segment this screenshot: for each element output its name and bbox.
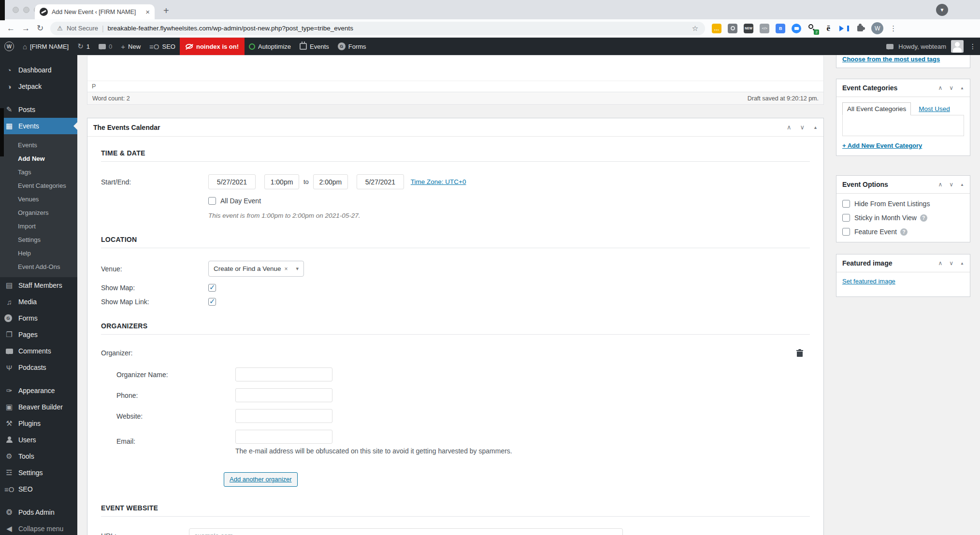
submenu-item-venues[interactable]: Venues: [0, 192, 77, 206]
phone-input[interactable]: [235, 388, 332, 402]
url-text[interactable]: breakable-feather.flywheelsites.com/wp-a…: [108, 25, 688, 32]
overflow-menu-icon[interactable]: ⋮: [968, 42, 977, 50]
move-up-icon[interactable]: ∧: [938, 181, 942, 188]
user-avatar[interactable]: [951, 40, 964, 53]
code-extension-icon[interactable]: </>: [760, 24, 769, 33]
website-input[interactable]: [235, 409, 332, 423]
show-map-link-checkbox[interactable]: [208, 298, 216, 306]
tab-close-icon[interactable]: ×: [145, 8, 150, 15]
event-url-input[interactable]: [189, 528, 623, 535]
new-tab-button[interactable]: +: [163, 5, 169, 16]
browser-profile-avatar[interactable]: W: [871, 22, 883, 34]
add-new-event-category-link[interactable]: + Add New Event Category: [842, 142, 922, 149]
notification-bubble-icon[interactable]: [886, 44, 894, 49]
autoptimize-menu[interactable]: Autoptimize: [245, 38, 295, 55]
forward-icon[interactable]: →: [22, 24, 30, 33]
new-content-menu[interactable]: + New: [116, 38, 145, 55]
email-input[interactable]: [235, 430, 332, 444]
submenu-item-event-categories[interactable]: Event Categories: [0, 179, 77, 192]
submenu-item-add-new[interactable]: Add New: [0, 152, 77, 165]
sidebar-item-comments[interactable]: Comments: [0, 343, 77, 359]
comments-menu[interactable]: 0: [94, 38, 116, 55]
tag-extension-icon[interactable]: B: [776, 24, 785, 33]
sidebar-item-posts[interactable]: ✎Posts: [0, 101, 77, 118]
sidebar-item-plugins[interactable]: ⚒Plugins: [0, 415, 77, 432]
submenu-item-tags[interactable]: Tags: [0, 165, 77, 179]
sidebar-item-forms[interactable]: GForms: [0, 310, 77, 326]
venue-select[interactable]: Create or Find a Venue × ▾: [208, 261, 304, 277]
noindex-warning[interactable]: noindex is on!: [180, 38, 245, 55]
seo-menu[interactable]: ≡O SEO: [145, 38, 180, 55]
collapse-menu-button[interactable]: ◀Collapse menu: [0, 521, 77, 535]
start-time-input[interactable]: [264, 174, 299, 189]
help-icon[interactable]: ?: [920, 214, 927, 222]
help-icon[interactable]: ?: [900, 228, 908, 236]
sidebar-item-staff-members[interactable]: ▤Staff Members: [0, 277, 77, 294]
sidebar-item-beaver-builder[interactable]: ▣Beaver Builder: [0, 399, 77, 415]
not-secure-warning-icon[interactable]: ⚠: [57, 25, 63, 32]
all-day-checkbox[interactable]: [208, 197, 216, 205]
sidebar-item-seo[interactable]: ≡OSEO: [0, 481, 77, 497]
sidebar-item-pages[interactable]: ❐Pages: [0, 326, 77, 343]
howdy-label[interactable]: Howdy, webteam: [898, 43, 946, 50]
tab-most-used[interactable]: Most Used: [919, 105, 950, 113]
new-badge-extension-icon[interactable]: NEW: [744, 24, 753, 33]
submenu-item-settings[interactable]: Settings: [0, 233, 77, 246]
sidebar-item-appearance[interactable]: ✑Appearance: [0, 382, 77, 399]
tab-all-event-categories[interactable]: All Event Categories: [842, 102, 911, 115]
end-time-input[interactable]: [313, 174, 348, 189]
sidebar-item-jetpack[interactable]: ◑Jetpack: [0, 78, 77, 95]
organizer-name-input[interactable]: [235, 367, 332, 381]
sidebar-item-users[interactable]: Users: [0, 432, 77, 448]
move-up-icon[interactable]: ∧: [787, 124, 792, 131]
timezone-link[interactable]: Time Zone: UTC+0: [411, 178, 466, 185]
bookmark-star-icon[interactable]: ☆: [692, 24, 698, 33]
close-window-button[interactable]: [13, 7, 19, 13]
featured-image-header[interactable]: Featured image ∧ ∨ ▲: [836, 254, 970, 272]
extensions-puzzle-icon[interactable]: [855, 24, 865, 33]
sidebar-item-events[interactable]: ▦Events: [0, 118, 77, 134]
start-date-input[interactable]: [208, 174, 256, 189]
submenu-item-help[interactable]: Help: [0, 246, 77, 260]
category-list-box[interactable]: [842, 115, 964, 136]
sidebar-item-media[interactable]: ♫Media: [0, 294, 77, 310]
screenshot-extension-icon[interactable]: [728, 24, 737, 33]
hide-from-listings-checkbox[interactable]: [842, 200, 850, 208]
sidebar-item-tools[interactable]: ⚙Tools: [0, 448, 77, 465]
move-down-icon[interactable]: ∨: [949, 260, 953, 267]
sidebar-item-pods-admin[interactable]: ❂Pods Admin: [0, 504, 77, 521]
submenu-item-organizers[interactable]: Organizers: [0, 206, 77, 219]
event-options-header[interactable]: Event Options ∧ ∨ ▲: [836, 176, 970, 194]
end-date-input[interactable]: [357, 174, 404, 189]
e-extension-icon[interactable]: ē: [823, 24, 833, 33]
collapse-toggle-icon[interactable]: ▲: [960, 183, 964, 187]
submenu-item-import[interactable]: Import: [0, 219, 77, 233]
metabox-header[interactable]: The Events Calendar ∧ ∨ ▲: [87, 118, 823, 137]
search-extension-icon[interactable]: 2: [807, 24, 817, 33]
move-down-icon[interactable]: ∨: [800, 124, 805, 131]
show-map-checkbox[interactable]: [208, 284, 216, 292]
venue-clear-icon[interactable]: ×: [285, 266, 288, 272]
feature-event-checkbox[interactable]: [842, 228, 850, 236]
video-call-extension-icon[interactable]: [792, 24, 801, 33]
sticky-month-view-checkbox[interactable]: [842, 214, 850, 222]
events-menu[interactable]: Events: [295, 38, 333, 55]
browser-tab[interactable]: Add New Event ‹ [FIRM NAME] ×: [35, 4, 155, 19]
move-up-icon[interactable]: ∧: [938, 84, 942, 91]
downloads-button[interactable]: ▼: [936, 4, 948, 16]
dots-extension-icon[interactable]: …: [712, 24, 721, 33]
site-name-menu[interactable]: ⌂ [FIRM NAME]: [18, 38, 73, 55]
address-bar[interactable]: ⚠ Not Secure | breakable-feather.flywhee…: [50, 22, 705, 35]
move-up-icon[interactable]: ∧: [938, 260, 942, 267]
updates-menu[interactable]: ↻ 1: [73, 38, 94, 55]
editor-text-area[interactable]: [87, 56, 823, 81]
collapse-toggle-icon[interactable]: ▲: [960, 86, 964, 90]
collapse-toggle-icon[interactable]: ▲: [813, 125, 818, 130]
sidebar-item-dashboard[interactable]: ◔Dashboard: [0, 62, 77, 78]
submenu-item-events[interactable]: Events: [0, 138, 77, 152]
move-down-icon[interactable]: ∨: [949, 84, 953, 91]
submenu-item-event-add-ons[interactable]: Event Add-Ons: [0, 260, 77, 273]
move-down-icon[interactable]: ∨: [949, 181, 953, 188]
set-featured-image-link[interactable]: Set featured image: [842, 278, 895, 285]
sidebar-item-settings[interactable]: ☲Settings: [0, 465, 77, 481]
